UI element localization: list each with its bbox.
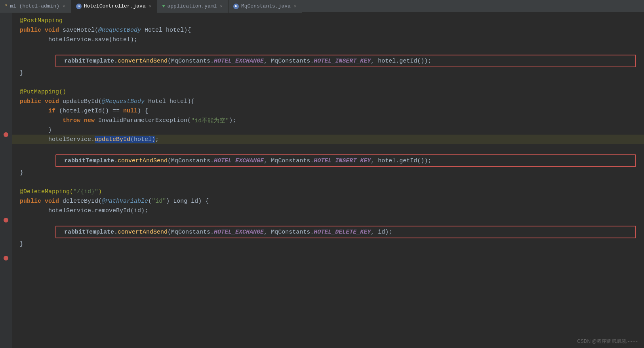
line-close-brace-1: } (12, 68, 644, 78)
line-putmapping: @PutMapping() (12, 87, 644, 97)
line-hotelservice-remove: hotelService.removeById(id); (12, 206, 644, 215)
tab-mqconstants-close[interactable]: ✕ (293, 4, 297, 9)
line-hotelservice-save: hotelService.save(hotel); (12, 35, 644, 44)
line-rabbit-2: rabbitTemplate.convertAndSend(MqConstant… (56, 156, 635, 165)
gutter-line-1 (0, 16, 12, 25)
gutter-line-15 (0, 149, 12, 158)
gutter-line-21 (0, 206, 12, 215)
tab-xml-label: ml (hotel-admin) (10, 3, 59, 9)
line-updatebyid-sig: public void updateById(@RequestBody Hote… (12, 97, 644, 106)
tab-mqconstants-label: MqConstants.java (241, 3, 291, 9)
breakpoint-1 (4, 132, 8, 137)
gutter-line-26 (0, 253, 12, 263)
gutter-line-5 (0, 54, 12, 63)
xml-icon: * (5, 4, 8, 9)
gutter-line-16 (0, 158, 12, 168)
gutter-line-23 (0, 225, 12, 234)
tab-xml[interactable]: * ml (hotel-admin) ✕ (0, 0, 71, 13)
tab-appyaml-close[interactable]: ✕ (219, 4, 223, 9)
gutter-line-13 (0, 130, 12, 139)
gutter-line-2 (0, 25, 12, 35)
line-saveholet-sig: public void saveHotel(@RequestBody Hotel… (12, 25, 644, 35)
breakpoint-2 (4, 218, 8, 222)
tab-xml-close[interactable]: ✕ (62, 4, 66, 9)
line-throw: throw new InvalidParameterException("id不… (12, 116, 644, 125)
line-blank-3 (12, 144, 644, 154)
tab-appyaml-label: application.yaml (168, 3, 217, 9)
gutter-line-18 (0, 177, 12, 187)
line-rabbit-1: rabbitTemplate.convertAndSend(MqConstant… (56, 56, 635, 66)
gutter-line-7 (0, 73, 12, 82)
breakpoint-3 (4, 256, 8, 261)
line-hotelservice-updatebyid: hotelService.updateById(hotel); (12, 135, 644, 144)
line-deletemapping: @DeleteMapping("/{id}") (12, 187, 644, 196)
line-close-brace-3: } (12, 239, 644, 249)
line-if-null: if (hotel.getId() == null) { (12, 106, 644, 116)
line-postmapping: @PostMapping (12, 16, 644, 25)
gutter-line-4 (0, 44, 12, 54)
line-blank-5 (12, 215, 644, 225)
gutter-line-14 (0, 139, 12, 149)
highlight-box-1: rabbitTemplate.convertAndSend(MqConstant… (55, 55, 636, 67)
editor-area: @PostMapping public void saveHotel(@Requ… (0, 13, 644, 348)
line-blank-4 (12, 177, 644, 187)
tab-mqconstants[interactable]: C MqConstants.java ✕ (229, 0, 302, 13)
watermark: CSDN @程序猿 呱叽吼~~~~ (577, 338, 638, 345)
gutter-line-19 (0, 187, 12, 196)
gutter-line-25 (0, 244, 12, 253)
tab-bar: * ml (hotel-admin) ✕ C HotelController.j… (0, 0, 644, 13)
gutter (0, 13, 12, 348)
gutter-line-27 (0, 263, 12, 272)
code-content: @PostMapping public void saveHotel(@Requ… (12, 13, 644, 348)
highlight-box-3: rabbitTemplate.convertAndSend(MqConstant… (55, 226, 636, 238)
line-blank-1 (12, 44, 644, 54)
line-close-if: } (12, 125, 644, 135)
gutter-line-3 (0, 35, 12, 44)
gutter-line-10 (0, 101, 12, 111)
gutter-line-17 (0, 168, 12, 177)
gutter-line-6 (0, 63, 12, 73)
gutter-line-22 (0, 215, 12, 225)
yaml-icon: ♥ (162, 4, 165, 9)
line-close-brace-2: } (12, 168, 644, 177)
gutter-line-20 (0, 196, 12, 206)
tab-hotelcontroller-label: HotelController.java (84, 3, 146, 9)
tab-appyaml[interactable]: ♥ application.yaml ✕ (157, 0, 229, 13)
line-deletebyid-sig: public void deleteById(@PathVariable("id… (12, 196, 644, 206)
java-icon-1: C (76, 4, 82, 9)
gutter-line-12 (0, 120, 12, 130)
highlight-box-2: rabbitTemplate.convertAndSend(MqConstant… (55, 154, 636, 167)
gutter-line-9 (0, 92, 12, 101)
tab-hotelcontroller[interactable]: C HotelController.java ✕ (71, 0, 158, 13)
tab-hotelcontroller-close[interactable]: ✕ (148, 4, 152, 9)
java-icon-2: C (233, 4, 239, 9)
gutter-line-11 (0, 111, 12, 120)
line-rabbit-3: rabbitTemplate.convertAndSend(MqConstant… (56, 227, 635, 237)
gutter-line-8 (0, 82, 12, 92)
gutter-line-24 (0, 234, 12, 244)
line-blank-2 (12, 78, 644, 87)
